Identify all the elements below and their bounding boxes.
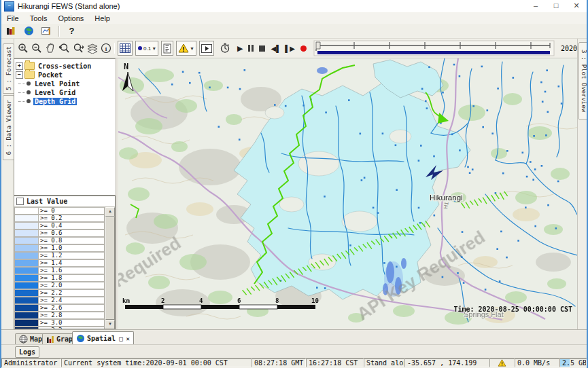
legend-row-label: >= 0.2: [39, 215, 105, 222]
toolbar-separator: [114, 43, 115, 54]
folder-icon: [24, 71, 35, 79]
legend-swatch: [14, 222, 39, 229]
zoom-next-button[interactable]: [73, 41, 84, 55]
scroll-up-icon[interactable]: ▲: [105, 207, 115, 217]
legend-row[interactable]: >= 0.6: [14, 229, 105, 237]
tab-spatial-active[interactable]: Spatial □ ✕: [72, 331, 134, 345]
close-button[interactable]: ✕: [566, 0, 587, 12]
legend-row[interactable]: >= 0.4: [14, 222, 105, 229]
zoom-previous-button[interactable]: [58, 41, 70, 55]
expand-minus-icon[interactable]: −: [16, 71, 23, 79]
classbreaks-dropdown[interactable]: 0.1 ▼: [135, 41, 158, 56]
logs-tab[interactable]: Logs: [15, 346, 39, 358]
maximize-button[interactable]: □: [546, 0, 566, 12]
play-button[interactable]: ▶: [237, 41, 243, 55]
legend-row-label: >= 2.0: [39, 282, 105, 289]
legend-row[interactable]: >= 0.8: [14, 237, 105, 244]
status-bar: Administrator Current system time:2020-0…: [1, 358, 587, 368]
dock-tab-plot-overview[interactable]: 3 : Plot Overview: [578, 42, 588, 119]
legend-swatch: [14, 259, 39, 267]
legend-scrollbar[interactable]: ▲ ▼: [105, 207, 115, 329]
animation-dialog-button[interactable]: [199, 41, 214, 56]
menu-help[interactable]: Help: [89, 14, 116, 22]
pause-button[interactable]: [248, 41, 254, 55]
tree-node-label[interactable]: Pocket: [37, 71, 64, 79]
legend-row[interactable]: >= 2.2: [14, 289, 105, 297]
tab-close-icon[interactable]: ✕: [126, 335, 130, 342]
last-value-checkbox[interactable]: [16, 198, 24, 205]
legend-row[interactable]: >= 2.8: [14, 312, 105, 319]
warning-icon: [498, 359, 506, 367]
tree-node-label[interactable]: Cross-section: [37, 62, 92, 70]
labels-toggle-button[interactable]: [161, 41, 173, 56]
legend-row[interactable]: >= 1.6: [14, 267, 105, 274]
right-dock-strip: 3 : Plot Overview: [577, 39, 588, 329]
zoom-in-button[interactable]: [18, 41, 29, 55]
stop-button[interactable]: [259, 41, 265, 55]
record-button[interactable]: [300, 41, 307, 55]
timeseries-dialog-icon[interactable]: [41, 25, 52, 37]
tree-node-depth-grid[interactable]: Depth Grid: [14, 97, 115, 105]
info-button[interactable]: i: [101, 41, 111, 55]
globe-explorer-icon[interactable]: [23, 25, 35, 37]
scroll-track[interactable]: [105, 217, 115, 320]
svg-text:2: 2: [161, 297, 165, 304]
legend-swatch: [14, 237, 39, 244]
map-viewport[interactable]: H1 API Key Required API Key Required N: [118, 58, 577, 329]
legend-row-label: >= 0: [39, 207, 105, 215]
skip-to-end-button[interactable]: ▌▶: [285, 41, 295, 55]
legend-row[interactable]: >= 3.0: [14, 319, 105, 327]
database-explorer-icon[interactable]: [5, 25, 17, 37]
menu-tools[interactable]: Tools: [24, 14, 53, 22]
legend-panel: Last Value >= 0>= 0.2>= 0.4>= 0.6>= 0.8>…: [14, 196, 116, 329]
tab-restore-icon[interactable]: □: [119, 335, 122, 342]
legend-row[interactable]: >= 1.4: [14, 259, 105, 267]
legend-row-label: >= 1.6: [39, 267, 105, 274]
animation-speed-icon[interactable]: [220, 41, 230, 55]
scroll-down-icon[interactable]: ▼: [105, 320, 115, 329]
minimize-button[interactable]: –: [525, 0, 546, 12]
layers-icon[interactable]: [87, 41, 98, 55]
scroll-thumb[interactable]: [105, 217, 115, 320]
bar-chart-icon: [46, 335, 54, 344]
menu-bar: File Tools Options Help: [1, 12, 587, 24]
classbreaks-value: 0.1: [143, 45, 151, 52]
grid-display-button[interactable]: [118, 41, 133, 56]
status-gmt-time: 08:27:18 GMT: [252, 358, 306, 367]
tree-node-pocket[interactable]: − Pocket: [14, 71, 115, 79]
legend-row[interactable]: >= 2.4: [14, 297, 105, 304]
zoom-out-button[interactable]: [31, 41, 42, 55]
legend-swatch: [14, 215, 39, 222]
tree-node-label-selected[interactable]: Depth Grid: [33, 98, 77, 105]
tree-node-level-point[interactable]: Level Point: [14, 79, 115, 88]
legend-row[interactable]: >= 2.6: [14, 304, 105, 312]
svg-text:10: 10: [311, 297, 319, 304]
dock-tab-forecast[interactable]: 5 : Forecast: [3, 43, 14, 94]
tree-node-label[interactable]: Level Point: [33, 80, 81, 88]
legend-row[interactable]: >= 1.2: [14, 252, 105, 259]
legend-row[interactable]: >= 1.0: [14, 244, 105, 252]
dock-tab-data-viewer[interactable]: 6 : Data Viewer: [3, 95, 14, 160]
layer-dot-icon: [27, 90, 31, 94]
legend-row[interactable]: >= 1.8: [14, 274, 105, 282]
tree-node-label[interactable]: Level Grid: [33, 89, 77, 96]
application-window: ~ Hikurangi FEWS (Stand alone) – □ ✕ Fil…: [0, 0, 588, 368]
tree-node-level-grid[interactable]: Level Grid: [14, 88, 115, 96]
status-warning[interactable]: [489, 358, 515, 367]
timeline-slider[interactable]: [313, 40, 555, 56]
legend-row[interactable]: >= 2.0: [14, 282, 105, 289]
logs-row: Logs: [1, 344, 587, 358]
skip-to-start-button[interactable]: ◀▌: [271, 41, 281, 55]
legend-swatch: [14, 282, 39, 289]
globe-wireframe-icon: [19, 335, 28, 344]
legend-row[interactable]: >= 0: [14, 207, 105, 215]
legend-row-label: >= 0.4: [39, 222, 105, 229]
help-button[interactable]: ?: [66, 25, 77, 37]
expand-plus-icon[interactable]: +: [16, 62, 23, 70]
menu-options[interactable]: Options: [52, 14, 89, 22]
pan-hand-icon[interactable]: [45, 41, 56, 55]
thresholds-dropdown[interactable]: ▼: [176, 41, 196, 56]
legend-row-label: >= 2.2: [39, 289, 105, 297]
menu-file[interactable]: File: [1, 14, 24, 22]
legend-row[interactable]: >= 0.2: [14, 215, 105, 222]
